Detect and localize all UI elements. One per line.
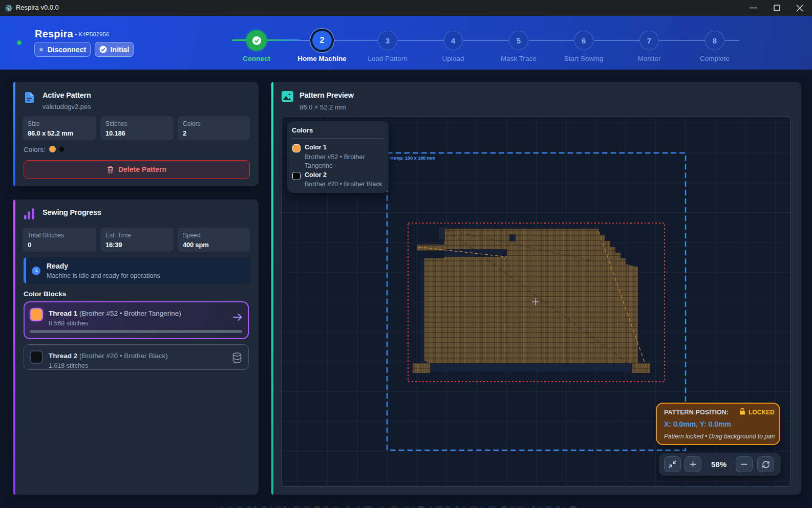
svg-text:Hoop: 100 x 100 mm: Hoop: 100 x 100 mm xyxy=(390,155,435,161)
